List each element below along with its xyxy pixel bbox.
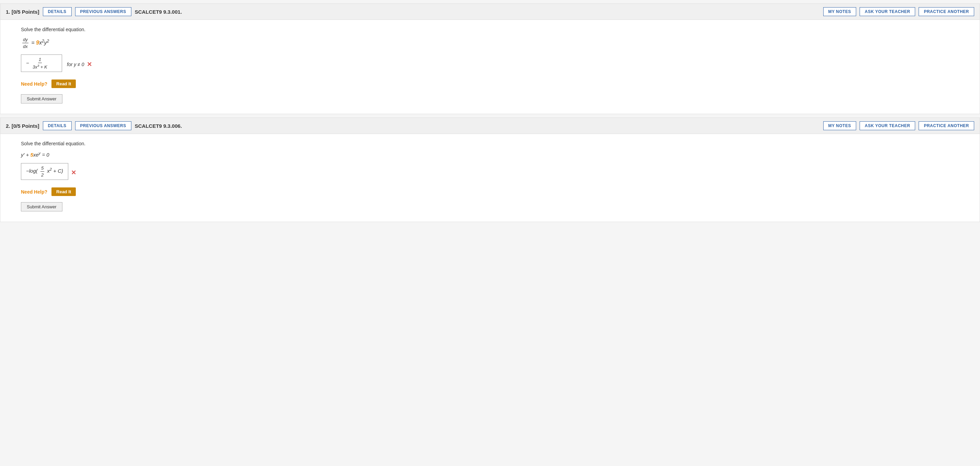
problem-2-points: [0/5 Points]: [12, 123, 40, 129]
previous-answers-button-2[interactable]: PREVIOUS ANSWERS: [75, 121, 131, 130]
problem-2-header: 2. [0/5 Points] DETAILS PREVIOUS ANSWERS…: [0, 118, 980, 134]
problem-2-equation: y′ + 5xey = 0: [21, 151, 966, 158]
previous-answers-button-1[interactable]: PREVIOUS ANSWERS: [75, 7, 131, 16]
problem-1: 1. [0/5 Points] DETAILS PREVIOUS ANSWERS…: [0, 3, 980, 114]
details-button-1[interactable]: DETAILS: [43, 7, 72, 16]
ask-teacher-button-1[interactable]: ASK YOUR TEACHER: [860, 7, 915, 16]
problem-2-answer-box: −log( 5 2 x2 + C): [21, 163, 68, 180]
answer-fraction-2: 5 2: [40, 165, 44, 178]
problem-2-number: 2. [0/5 Points]: [6, 123, 40, 129]
details-button-2[interactable]: DETAILS: [43, 121, 72, 130]
problem-2-answer-line: −log( 5 2 x2 + C) ✕: [21, 163, 966, 182]
for-condition-1: for y ≠ 0: [67, 62, 84, 67]
practice-another-button-1[interactable]: PRACTICE ANOTHER: [919, 7, 974, 16]
my-notes-button-2[interactable]: MY NOTES: [823, 121, 856, 130]
ask-teacher-button-2[interactable]: ASK YOUR TEACHER: [860, 121, 915, 130]
problem-2-instruction: Solve the differential equation.: [21, 141, 966, 146]
submit-row-1: Submit Answer: [21, 94, 966, 107]
problem-1-answer-box: − 1 3x3 + K: [21, 54, 62, 72]
need-help-row-2: Need Help? Read It: [21, 187, 966, 196]
problem-id-2: SCALCET9 9.3.006.: [135, 123, 182, 129]
answer-fraction-1: 1 3x3 + K: [32, 57, 48, 70]
problem-number-text: 1.: [6, 9, 10, 15]
need-help-label-2: Need Help?: [21, 189, 47, 195]
problem-2: 2. [0/5 Points] DETAILS PREVIOUS ANSWERS…: [0, 117, 980, 222]
submit-button-1[interactable]: Submit Answer: [21, 94, 62, 103]
header-right-2: MY NOTES ASK YOUR TEACHER PRACTICE ANOTH…: [823, 121, 975, 130]
submit-row-2: Submit Answer: [21, 202, 966, 215]
incorrect-mark-2: ✕: [71, 169, 76, 176]
problem-points: [0/5 Points]: [12, 9, 40, 15]
problem-2-number-text: 2.: [6, 123, 10, 129]
header-right-1: MY NOTES ASK YOUR TEACHER PRACTICE ANOTH…: [823, 7, 975, 16]
read-it-button-2[interactable]: Read It: [51, 187, 76, 196]
my-notes-button-1[interactable]: MY NOTES: [823, 7, 856, 16]
problem-1-body: Solve the differential equation. dy dx =…: [0, 20, 980, 114]
need-help-row-1: Need Help? Read It: [21, 79, 966, 88]
problem-1-equation: dy dx = 9x2y2: [21, 37, 966, 49]
practice-another-button-2[interactable]: PRACTICE ANOTHER: [919, 121, 974, 130]
problem-1-header: 1. [0/5 Points] DETAILS PREVIOUS ANSWERS…: [0, 4, 980, 20]
submit-button-2[interactable]: Submit Answer: [21, 202, 62, 211]
need-help-label-1: Need Help?: [21, 81, 47, 87]
problem-1-answer-line: − 1 3x3 + K for y ≠ 0 ✕: [21, 54, 966, 74]
dy-dx-fraction: dy dx: [22, 37, 29, 49]
problem-1-instruction: Solve the differential equation.: [21, 27, 966, 32]
problem-id-1: SCALCET9 9.3.001.: [135, 9, 182, 15]
read-it-button-1[interactable]: Read It: [51, 79, 76, 88]
problem-1-number: 1. [0/5 Points]: [6, 9, 40, 15]
incorrect-mark-1: ✕: [87, 61, 92, 68]
problem-2-body: Solve the differential equation. y′ + 5x…: [0, 134, 980, 222]
